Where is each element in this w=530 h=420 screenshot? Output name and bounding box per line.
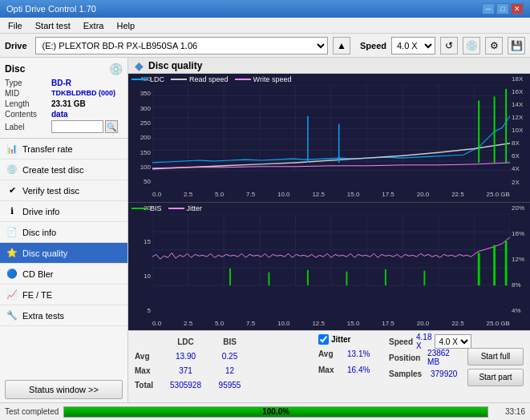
settings-button[interactable]: ⚙ xyxy=(485,37,503,55)
right-panel: ◆ Disc quality LDC Read speed xyxy=(128,58,530,402)
top-chart: LDC Read speed Write speed 400 350 300 xyxy=(128,74,530,203)
nav-cd-bler[interactable]: 🔵 CD Bler xyxy=(0,264,127,285)
disc-mid-label: MID xyxy=(5,89,51,98)
disc-info-icon: 📄 xyxy=(6,227,18,238)
write-speed-legend-label: Write speed xyxy=(253,75,292,83)
stats-max-bis: 12 xyxy=(208,366,252,375)
read-speed-legend-label: Read speed xyxy=(189,75,229,83)
disc-label-label: Label xyxy=(5,123,51,131)
chart-header-icon: ◆ xyxy=(135,59,144,72)
eject-button[interactable]: ▲ xyxy=(333,37,350,55)
jitter-section: Jitter Avg 13.1% Max 16.4% xyxy=(318,334,382,399)
speed-select[interactable]: 4.0 X MAX 6.0 X xyxy=(391,37,435,55)
status-window-button[interactable]: Status window >> xyxy=(5,380,123,399)
stats-total-row: Total 5305928 95955 xyxy=(135,378,312,392)
bis-legend-label: BIS xyxy=(150,204,162,212)
disc-label-button[interactable]: 🔍 xyxy=(105,120,118,133)
bottom-chart-y-left: 20 15 10 5 xyxy=(128,203,152,317)
disc-header: Disc 💿 xyxy=(5,63,123,75)
speed-value-row: Speed 4.18 X 4.0 XMAX xyxy=(389,334,461,349)
write-speed-legend-dot xyxy=(235,79,251,80)
drive-select[interactable]: (E:) PLEXTOR BD-R PX-LB950SA 1.06 xyxy=(35,37,328,55)
time-display: 33:16 xyxy=(493,407,525,416)
nav-fe-te[interactable]: 📈 FE / TE xyxy=(0,285,127,305)
nav-disc-quality[interactable]: ⭐ Disc quality xyxy=(0,243,127,264)
speed-test-select[interactable]: 4.0 XMAX xyxy=(435,334,471,349)
speed-value: 4.18 X xyxy=(416,333,431,350)
start-part-button[interactable]: Start part xyxy=(467,369,524,386)
nav-transfer-rate-label: Transfer rate xyxy=(22,144,73,154)
position-value: 23862 MB xyxy=(427,349,461,366)
refresh-button[interactable]: ↺ xyxy=(440,37,458,55)
legend-ldc: LDC xyxy=(131,75,164,83)
disc-label-row: Label 🔍 xyxy=(5,120,123,133)
nav-fe-te-label: FE / TE xyxy=(22,290,52,300)
drive-info-icon: ℹ xyxy=(6,206,18,217)
legend-read-speed: Read speed xyxy=(171,75,229,83)
start-full-button[interactable]: Start full xyxy=(467,348,524,365)
ldc-legend-label: LDC xyxy=(150,75,164,83)
nav-disc-info-label: Disc info xyxy=(22,228,56,237)
top-chart-y-right: 18X 16X 14X 12X 10X 8X 6X 4X 2X xyxy=(510,74,530,188)
disc-icon: 💿 xyxy=(109,63,123,75)
menu-start-test[interactable]: Start test xyxy=(30,19,75,32)
nav-create-test-disc[interactable]: 💿 Create test disc xyxy=(0,160,127,180)
samples-value: 379920 xyxy=(431,370,457,378)
jitter-max-row: Max 16.4% xyxy=(318,362,382,377)
nav-verify-test-disc[interactable]: ✔ Verify test disc xyxy=(0,180,127,201)
stats-max-label: Max xyxy=(135,366,164,375)
menu-extra[interactable]: Extra xyxy=(79,19,109,32)
app-title: Opti Drive Control 1.70 xyxy=(6,4,96,14)
chart-header-title: Disc quality xyxy=(148,60,202,71)
nav-create-test-disc-label: Create test disc xyxy=(22,165,83,175)
disc-label-input[interactable] xyxy=(51,120,103,133)
status-bar: Test completed 100.0% 33:16 xyxy=(0,402,530,420)
legend-jitter: Jitter xyxy=(168,204,203,212)
progress-label: 100.0% xyxy=(64,407,488,417)
nav-transfer-rate[interactable]: 📊 Transfer rate xyxy=(0,139,127,160)
stats-max-row: Max 371 12 xyxy=(135,363,312,378)
bottom-chart-x-axis: 0.0 2.5 5.0 7.5 10.0 12.5 15.0 17.5 20.0… xyxy=(152,316,510,330)
disc-contents-value: data xyxy=(51,110,68,119)
menu-help[interactable]: Help xyxy=(111,19,140,32)
stats-total-label: Total xyxy=(135,381,164,390)
nav-extra-tests[interactable]: 🔧 Extra tests xyxy=(0,305,127,326)
top-chart-x-axis: 0.0 2.5 5.0 7.5 10.0 12.5 15.0 17.5 20.0… xyxy=(152,188,510,202)
chart-header: ◆ Disc quality xyxy=(128,58,530,74)
disc-button[interactable]: 💿 xyxy=(463,37,480,55)
top-chart-y-left: 400 350 300 250 200 150 100 50 xyxy=(128,74,152,188)
legend-bis: BIS xyxy=(131,204,162,212)
stats-bis-header: BIS xyxy=(208,337,252,346)
bottom-chart-legend: BIS Jitter xyxy=(131,204,202,212)
nav-items: 📊 Transfer rate 💿 Create test disc ✔ Ver… xyxy=(0,139,127,377)
stats-max-ldc: 371 xyxy=(164,366,208,375)
nav-disc-info[interactable]: 📄 Disc info xyxy=(0,222,127,243)
nav-cd-bler-label: CD Bler xyxy=(22,269,54,279)
create-test-disc-icon: 💿 xyxy=(6,164,18,176)
maximize-button[interactable]: □ xyxy=(496,3,509,14)
stats-total-bis: 95955 xyxy=(208,381,252,390)
jitter-avg-value: 13.1% xyxy=(347,349,370,358)
nav-disc-quality-label: Disc quality xyxy=(22,248,67,258)
minimize-button[interactable]: ─ xyxy=(482,3,495,14)
stats-area: LDC BIS Avg 13.90 0.25 Max 371 12 Total … xyxy=(128,330,530,402)
bis-legend-dot xyxy=(131,208,148,209)
close-button[interactable]: ✕ xyxy=(511,3,524,14)
speed-section: Speed 4.18 X 4.0 XMAX Position 23862 MB … xyxy=(389,334,461,399)
jitter-max-value: 16.4% xyxy=(347,365,370,374)
charts-area: LDC Read speed Write speed 400 350 300 xyxy=(128,74,530,330)
stats-ldc-header: LDC xyxy=(164,337,208,346)
title-bar: Opti Drive Control 1.70 ─ □ ✕ xyxy=(0,0,530,18)
progress-bar: 100.0% xyxy=(63,406,488,418)
stats-avg-row: Avg 13.90 0.25 xyxy=(135,349,312,363)
status-text: Test completed xyxy=(5,407,59,416)
save-button[interactable]: 💾 xyxy=(508,37,525,55)
disc-length-row: Length 23.31 GB xyxy=(5,99,123,108)
disc-section: Disc 💿 Type BD-R MID TDKBLDRBD (000) Len… xyxy=(0,58,127,139)
bottom-chart-svg xyxy=(152,214,510,300)
bottom-chart: BIS Jitter 20 15 10 5 20% 16% 12% xyxy=(128,203,530,331)
disc-mid-row: MID TDKBLDRBD (000) xyxy=(5,89,123,98)
menu-file[interactable]: File xyxy=(3,19,27,32)
jitter-checkbox[interactable] xyxy=(318,334,329,345)
nav-drive-info[interactable]: ℹ Drive info xyxy=(0,201,127,222)
